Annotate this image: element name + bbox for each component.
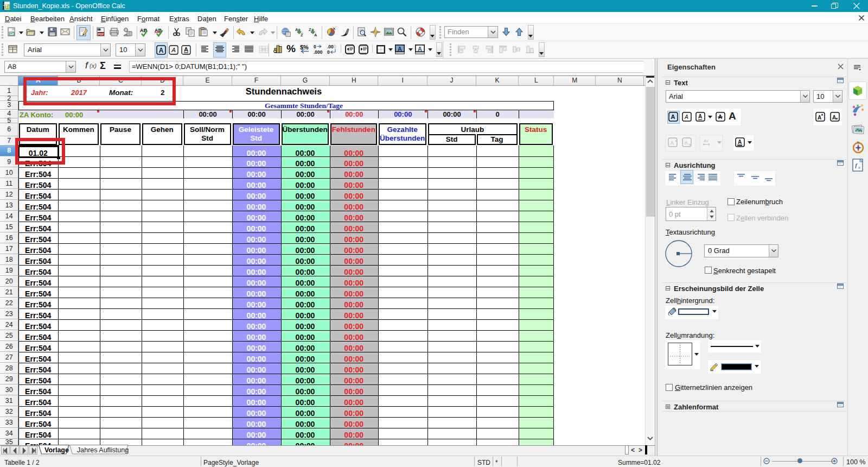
svg-text:A: A bbox=[684, 113, 688, 120]
svg-text:A: A bbox=[398, 46, 402, 52]
svg-text:A: A bbox=[671, 140, 674, 146]
svg-text:A: A bbox=[818, 115, 821, 121]
svg-text:Z: Z bbox=[301, 33, 303, 37]
svg-text:A: A bbox=[159, 47, 164, 54]
svg-text:0: 0 bbox=[334, 45, 336, 49]
svg-text:Z: Z bbox=[309, 27, 311, 32]
svg-text:N: N bbox=[857, 141, 859, 144]
svg-text:A: A bbox=[685, 140, 688, 146]
svg-text:A: A bbox=[698, 113, 702, 119]
svg-text:0: 0 bbox=[327, 49, 330, 55]
svg-text:PDF: PDF bbox=[98, 33, 105, 36]
svg-text:A: A bbox=[314, 33, 317, 37]
svg-text:A: A bbox=[171, 47, 176, 53]
svg-text:A: A bbox=[184, 46, 188, 53]
svg-text:A: A bbox=[418, 46, 422, 52]
svg-text:$%: $% bbox=[300, 44, 309, 51]
svg-text:A: A bbox=[295, 27, 298, 32]
svg-text:A: A bbox=[832, 115, 836, 121]
svg-text:A: A bbox=[671, 113, 675, 120]
svg-text:x: x bbox=[858, 165, 860, 170]
svg-text:A: A bbox=[738, 139, 742, 145]
svg-text:AV: AV bbox=[704, 139, 709, 143]
svg-text:.000: .000 bbox=[314, 49, 323, 55]
